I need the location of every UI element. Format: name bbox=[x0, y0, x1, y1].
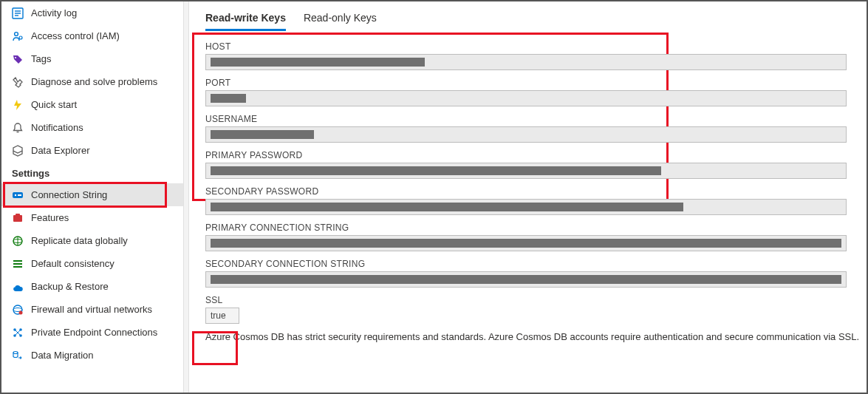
field-input[interactable] bbox=[205, 90, 847, 106]
features-icon bbox=[12, 212, 24, 224]
tab-read-only-keys[interactable]: Read-only Keys bbox=[304, 9, 377, 31]
nav-item-label: Activity log bbox=[31, 7, 77, 18]
field-input[interactable] bbox=[205, 163, 847, 179]
notifications-icon bbox=[12, 122, 24, 134]
field-secondary-password: SECONDARY PASSWORD bbox=[205, 186, 867, 215]
svg-point-5 bbox=[19, 36, 22, 39]
nav-item-label: Replicate data globally bbox=[31, 235, 128, 246]
replicate-icon bbox=[12, 235, 24, 247]
redacted-value bbox=[211, 203, 683, 211]
field-label: HOST bbox=[205, 41, 867, 52]
svg-rect-10 bbox=[18, 194, 21, 196]
nav-item-label: Diagnose and solve problems bbox=[31, 76, 157, 87]
field-primary-password: PRIMARY PASSWORD bbox=[205, 150, 867, 179]
nav-item-features[interactable]: Features bbox=[1, 206, 183, 229]
field-label: SECONDARY CONNECTION STRING bbox=[205, 259, 867, 269]
nav-item-label: Data Migration bbox=[31, 350, 94, 361]
nav-item-label: Notifications bbox=[31, 122, 83, 133]
redacted-value bbox=[211, 130, 314, 139]
nav-item-label: Quick start bbox=[31, 99, 77, 110]
nav-item-label: Firewall and virtual networks bbox=[31, 304, 152, 315]
ssl-value-text: true bbox=[211, 310, 226, 321]
redacted-value bbox=[211, 94, 246, 103]
field-host: HOST bbox=[205, 41, 867, 70]
nav-item-default-consistency[interactable]: Default consistency bbox=[1, 252, 183, 275]
nav-item-label: Data Explorer bbox=[31, 145, 89, 156]
firewall-icon bbox=[12, 304, 24, 316]
field-ssl: SSL true bbox=[205, 295, 867, 324]
nav-item-connection-string[interactable]: Connection String bbox=[1, 183, 183, 206]
tab-read-write-keys[interactable]: Read-write Keys bbox=[205, 9, 286, 31]
nav-item-access-control-iam-[interactable]: Access control (IAM) bbox=[1, 24, 183, 47]
footer-text: Azure Cosmos DB has strict security requ… bbox=[205, 331, 867, 342]
quick-start-icon bbox=[12, 99, 24, 111]
nav-item-activity-log[interactable]: Activity log bbox=[1, 1, 183, 24]
tags-icon bbox=[12, 53, 24, 65]
svg-point-4 bbox=[15, 32, 18, 35]
data-explorer-icon bbox=[12, 145, 24, 157]
nav-item-label: Connection String bbox=[31, 189, 107, 200]
field-label-ssl: SSL bbox=[205, 295, 867, 305]
field-port: PORT bbox=[205, 78, 867, 106]
nav-item-label: Default consistency bbox=[31, 258, 115, 269]
nav-item-label: Private Endpoint Connections bbox=[31, 327, 157, 338]
main-panel: Read-write KeysRead-only Keys HOSTPORTUS… bbox=[189, 1, 867, 393]
backup-icon bbox=[12, 281, 24, 293]
svg-point-21 bbox=[19, 310, 23, 314]
diagnose-icon bbox=[12, 76, 24, 88]
svg-point-6 bbox=[15, 57, 16, 58]
tabs: Read-write KeysRead-only Keys bbox=[205, 9, 867, 31]
field-label: USERNAME bbox=[205, 114, 867, 124]
nav-item-notifications[interactable]: Notifications bbox=[1, 116, 183, 139]
ssl-value[interactable]: true bbox=[205, 308, 239, 324]
field-input[interactable] bbox=[205, 126, 847, 143]
nav-item-data-explorer[interactable]: Data Explorer bbox=[1, 139, 183, 162]
field-input[interactable] bbox=[205, 271, 847, 288]
field-secondary-connection-string: SECONDARY CONNECTION STRING bbox=[205, 259, 867, 288]
field-input[interactable] bbox=[205, 54, 847, 70]
nav-item-label: Tags bbox=[31, 53, 51, 64]
migration-icon bbox=[12, 350, 24, 361]
nav-item-data-migration[interactable]: Data Migration bbox=[1, 344, 183, 367]
field-primary-connection-string: PRIMARY CONNECTION STRING bbox=[205, 223, 867, 251]
sidebar: Activity logAccess control (IAM)TagsDiag… bbox=[1, 1, 184, 393]
field-label: PORT bbox=[205, 78, 867, 88]
field-username: USERNAME bbox=[205, 114, 867, 143]
field-label: PRIMARY CONNECTION STRING bbox=[205, 223, 867, 233]
field-input[interactable] bbox=[205, 235, 847, 251]
svg-point-28 bbox=[13, 351, 18, 353]
nav-item-label: Backup & Restore bbox=[31, 281, 109, 292]
nav-item-label: Access control (IAM) bbox=[31, 30, 120, 41]
nav-item-replicate-data-globally[interactable]: Replicate data globally bbox=[1, 229, 183, 252]
svg-rect-11 bbox=[13, 215, 22, 222]
redacted-value bbox=[211, 275, 841, 284]
nav-item-label: Features bbox=[31, 212, 69, 223]
endpoint-icon bbox=[12, 327, 24, 339]
nav-item-quick-start[interactable]: Quick start bbox=[1, 93, 183, 116]
consistency-icon bbox=[12, 258, 24, 270]
nav-item-private-endpoint-connections[interactable]: Private Endpoint Connections bbox=[1, 321, 183, 344]
svg-rect-12 bbox=[16, 214, 20, 216]
connection-string-icon bbox=[12, 189, 24, 201]
nav-item-firewall-and-virtual-networks[interactable]: Firewall and virtual networks bbox=[1, 298, 183, 321]
field-label: SECONDARY PASSWORD bbox=[205, 186, 867, 197]
activity-log-icon bbox=[12, 7, 24, 19]
redacted-value bbox=[211, 58, 425, 67]
svg-point-9 bbox=[15, 194, 16, 195]
nav-item-diagnose-and-solve-problems[interactable]: Diagnose and solve problems bbox=[1, 70, 183, 93]
nav-item-backup-restore[interactable]: Backup & Restore bbox=[1, 275, 183, 298]
sidebar-scrollbar[interactable] bbox=[184, 1, 189, 393]
settings-header: Settings bbox=[1, 162, 183, 183]
redacted-value bbox=[211, 239, 841, 248]
nav-item-tags[interactable]: Tags bbox=[1, 47, 183, 70]
redacted-value bbox=[211, 166, 661, 175]
access-control-icon bbox=[12, 30, 24, 42]
field-input[interactable] bbox=[205, 199, 847, 215]
field-label: PRIMARY PASSWORD bbox=[205, 150, 867, 160]
